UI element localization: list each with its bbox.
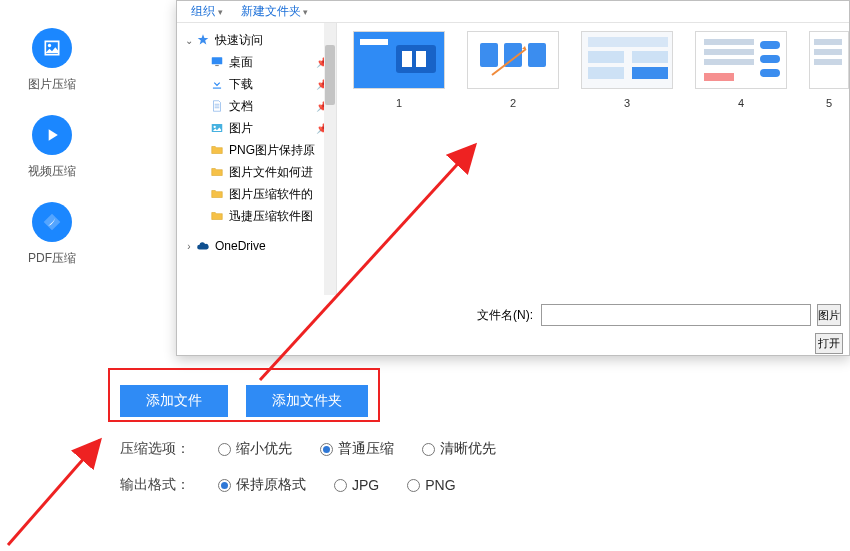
folder-icon <box>209 208 225 224</box>
svg-rect-2 <box>215 65 219 66</box>
download-icon <box>209 76 225 92</box>
nav-tree: ⌄ 快速访问 桌面 📌 下载 📌 文档 📌 <box>177 23 337 295</box>
format-label: 输出格式： <box>120 476 190 494</box>
folder-icon <box>209 186 225 202</box>
svg-point-5 <box>214 126 216 128</box>
file-grid: 1 2 3 4 5 <box>337 23 849 295</box>
svg-rect-28 <box>704 73 734 81</box>
svg-rect-7 <box>360 39 388 45</box>
svg-point-0 <box>48 44 51 47</box>
add-buttons-row: 添加文件 添加文件夹 <box>120 385 368 417</box>
filename-input[interactable] <box>541 304 811 326</box>
thumb-caption: 2 <box>510 97 516 109</box>
svg-rect-16 <box>588 37 668 47</box>
document-icon <box>209 98 225 114</box>
open-button[interactable]: 打开 <box>815 333 843 354</box>
file-type-button[interactable]: 图片 <box>817 304 841 326</box>
sidebar-item-image-compress[interactable]: 图片压缩 <box>0 28 104 93</box>
monitor-icon <box>209 54 225 70</box>
svg-rect-31 <box>814 49 842 55</box>
svg-rect-9 <box>402 51 412 67</box>
pdf-icon <box>32 202 72 242</box>
thumb-caption: 3 <box>624 97 630 109</box>
file-thumb[interactable]: 4 <box>695 31 787 295</box>
thumb-caption: 5 <box>826 97 832 109</box>
left-sidebar: 图片压缩 视频压缩 PDF压缩 <box>0 0 104 551</box>
sidebar-item-label: 图片压缩 <box>28 76 76 93</box>
tree-folder[interactable]: PNG图片保持原 <box>183 139 332 161</box>
tree-pictures[interactable]: 图片 📌 <box>183 117 332 139</box>
filename-row: 文件名(N): 图片 <box>177 301 849 329</box>
svg-rect-19 <box>588 67 624 79</box>
svg-rect-20 <box>632 67 668 79</box>
svg-rect-10 <box>416 51 426 67</box>
svg-rect-17 <box>588 51 624 63</box>
dialog-toolbar: 组织 新建文件夹 <box>177 1 849 23</box>
filename-label: 文件名(N): <box>477 307 533 324</box>
svg-rect-3 <box>213 88 221 89</box>
add-folder-button[interactable]: 添加文件夹 <box>246 385 368 417</box>
folder-icon <box>209 164 225 180</box>
svg-rect-23 <box>704 49 754 55</box>
svg-rect-1 <box>212 57 223 64</box>
compress-label: 压缩选项： <box>120 440 190 458</box>
folder-icon <box>209 142 225 158</box>
tree-desktop[interactable]: 桌面 📌 <box>183 51 332 73</box>
nav-scrollbar[interactable] <box>324 23 336 295</box>
image-icon <box>32 28 72 68</box>
compress-options: 压缩选项： 缩小优先 普通压缩 清晰优先 <box>120 440 496 458</box>
tree-quick-access[interactable]: ⌄ 快速访问 <box>183 29 332 51</box>
toolbar-organize[interactable]: 组织 <box>191 3 223 20</box>
play-icon <box>32 115 72 155</box>
tree-downloads[interactable]: 下载 📌 <box>183 73 332 95</box>
tree-folder[interactable]: 图片压缩软件的 <box>183 183 332 205</box>
tree-documents[interactable]: 文档 📌 <box>183 95 332 117</box>
thumb-caption: 4 <box>738 97 744 109</box>
radio-shrink-first[interactable]: 缩小优先 <box>218 440 292 458</box>
svg-rect-22 <box>704 39 754 45</box>
tree-onedrive[interactable]: › OneDrive <box>183 235 332 257</box>
thumb-caption: 1 <box>396 97 402 109</box>
svg-rect-14 <box>528 43 546 67</box>
radio-normal-compress[interactable]: 普通压缩 <box>320 440 394 458</box>
format-options: 输出格式： 保持原格式 JPG PNG <box>120 476 456 494</box>
star-icon <box>195 32 211 48</box>
file-thumb[interactable]: 2 <box>467 31 559 295</box>
radio-png[interactable]: PNG <box>407 477 455 493</box>
picture-icon <box>209 120 225 136</box>
svg-rect-12 <box>480 43 498 67</box>
radio-keep-format[interactable]: 保持原格式 <box>218 476 306 494</box>
sidebar-item-video-compress[interactable]: 视频压缩 <box>0 115 104 180</box>
svg-rect-24 <box>704 59 754 65</box>
tree-folder[interactable]: 迅捷压缩软件图 <box>183 205 332 227</box>
file-open-dialog: 组织 新建文件夹 ⌄ 快速访问 桌面 📌 下载 📌 <box>176 0 850 356</box>
cloud-icon <box>195 238 211 254</box>
svg-rect-32 <box>814 59 842 65</box>
file-thumb[interactable]: 3 <box>581 31 673 295</box>
sidebar-item-pdf-compress[interactable]: PDF压缩 <box>0 202 104 267</box>
file-thumb[interactable]: 5 <box>809 31 849 295</box>
sidebar-item-label: PDF压缩 <box>28 250 76 267</box>
radio-clear-first[interactable]: 清晰优先 <box>422 440 496 458</box>
toolbar-new-folder[interactable]: 新建文件夹 <box>241 3 309 20</box>
radio-jpg[interactable]: JPG <box>334 477 379 493</box>
svg-rect-25 <box>760 41 780 49</box>
svg-rect-26 <box>760 55 780 63</box>
svg-rect-30 <box>814 39 842 45</box>
svg-rect-18 <box>632 51 668 63</box>
tree-folder[interactable]: 图片文件如何进 <box>183 161 332 183</box>
sidebar-item-label: 视频压缩 <box>28 163 76 180</box>
file-thumb[interactable]: 1 <box>353 31 445 295</box>
svg-rect-27 <box>760 69 780 77</box>
add-file-button[interactable]: 添加文件 <box>120 385 228 417</box>
